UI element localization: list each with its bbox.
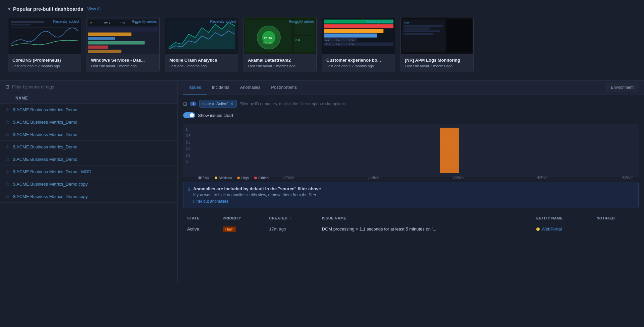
dashboard-card-5[interactable]: Logs [NR] APM Logs Monitoring Last edit … bbox=[400, 17, 474, 72]
star-icon-6[interactable]: ☆ bbox=[5, 181, 10, 187]
card-subtitle-2: Last edit 3 months ago bbox=[169, 64, 234, 68]
collapse-icon[interactable]: ▾ bbox=[8, 6, 10, 12]
tab-incidents[interactable]: Incidents bbox=[207, 81, 235, 94]
card-info-0: CoreDNS (Prometheus) Last edit about 2 m… bbox=[8, 54, 81, 72]
list-item-name-4: $ ACME Business Metrics_Demo bbox=[13, 157, 77, 162]
list-item-name-6: $ ACME Business Metrics_Demo copy bbox=[13, 182, 88, 187]
filter-tag-close[interactable]: ✕ bbox=[230, 101, 234, 106]
priority-value: High bbox=[223, 226, 236, 232]
anomalies-link[interactable]: Filter out anomalies bbox=[193, 199, 228, 204]
list-item[interactable]: ☆ $ ACME Business Metrics_Demo copy bbox=[0, 178, 177, 190]
filter-placeholder: Filter by ID or names, or click the filt… bbox=[239, 102, 346, 106]
issues-chart-toggle[interactable] bbox=[183, 112, 195, 118]
issue-name-cell: DOM processing > 1.1 seconds for at leas… bbox=[318, 223, 532, 235]
star-icon-3[interactable]: ☆ bbox=[5, 144, 10, 149]
card-thumbnail-apm: Logs bbox=[401, 17, 473, 54]
th-notified: Notified bbox=[593, 213, 639, 223]
toggle-label: Show issues chart bbox=[198, 113, 233, 118]
card-title-3: Akamai Datastream2 bbox=[248, 58, 312, 63]
card-info-5: [NR] APM Logs Monitoring Last edit about… bbox=[401, 54, 473, 72]
svg-text:1.00: 1.00 bbox=[349, 39, 354, 42]
svg-rect-1 bbox=[11, 21, 44, 23]
th-created[interactable]: Created ↓ bbox=[265, 213, 318, 223]
dashboard-card-3[interactable]: 76.7k Total Files 4.5 2.1k Recently adde… bbox=[244, 17, 317, 72]
entity-cell-inner: WebPortal bbox=[536, 226, 589, 232]
filter-input[interactable] bbox=[12, 84, 172, 89]
th-entity-name: Entity name bbox=[532, 213, 593, 223]
card-thumbnail-customer: 3.48 0 % 1.00 276.4 0 % 1.00 Recently ad… bbox=[322, 17, 395, 54]
dashboard-card-1[interactable]: 2 223+ 139 84 Recently added Windows Ser… bbox=[87, 17, 160, 72]
list-item-name-5: $ ACME Business Metrics_Demo - MOD bbox=[13, 169, 91, 174]
popular-section: ▾ Popular pre-built dashboards View All bbox=[0, 0, 644, 81]
list-item[interactable]: ☆ $ ACME Business Metrics_Demo bbox=[0, 116, 177, 128]
svg-text:Logs: Logs bbox=[404, 21, 410, 24]
x-label-349: 3:49pm bbox=[283, 176, 294, 179]
star-icon-5[interactable]: ☆ bbox=[5, 169, 10, 174]
list-item[interactable]: ☆ $ ACME Business Metrics_Demo bbox=[0, 153, 177, 166]
y-label-0: 0 bbox=[186, 160, 191, 164]
notified-cell bbox=[593, 223, 639, 235]
dashboard-card[interactable]: Recently added CoreDNS (Prometheus) Last… bbox=[8, 17, 81, 72]
chart-svg bbox=[198, 128, 633, 173]
star-icon-2[interactable]: ☆ bbox=[5, 132, 10, 137]
chart-y-labels: 1 0.8 0.6 0.4 0.2 0 bbox=[186, 128, 191, 164]
entity-name-value: WebPortal bbox=[542, 226, 562, 232]
list-item-name-1: $ ACME Business Metrics_Demo bbox=[13, 120, 77, 125]
list-item[interactable]: ☆ $ ACME Business Metrics_Demo bbox=[0, 104, 177, 116]
anomalies-title: Anomalies are included by default in the… bbox=[193, 186, 321, 191]
star-icon-0[interactable]: ☆ bbox=[5, 107, 10, 112]
svg-text:276.4: 276.4 bbox=[324, 43, 330, 46]
list-item[interactable]: ☆ $ ACME Business Metrics_Demo bbox=[0, 128, 177, 141]
svg-text:0 %: 0 % bbox=[336, 39, 340, 42]
svg-rect-40 bbox=[324, 43, 393, 46]
star-icon-7[interactable]: ☆ bbox=[5, 194, 10, 199]
card-title-4: Customer experience bo... bbox=[326, 58, 391, 63]
card-info-4: Customer experience bo... Last edit abou… bbox=[322, 54, 395, 72]
filter-bar: ⊟ bbox=[0, 81, 177, 93]
th-priority: Priority bbox=[219, 213, 265, 223]
card-subtitle-1: Last edit about 1 month ago bbox=[91, 64, 155, 68]
svg-rect-46 bbox=[447, 19, 472, 52]
table-row[interactable]: Active High 17m ago DOM processing > 1.1… bbox=[183, 223, 639, 235]
issues-panel: ⊟ 1 state = 'Active' ✕ Filter by ID or n… bbox=[178, 94, 644, 241]
anomalies-text: Anomalies are included by default in the… bbox=[193, 186, 321, 204]
tab-postmortems[interactable]: Postmortems bbox=[266, 81, 302, 94]
star-icon-4[interactable]: ☆ bbox=[5, 156, 10, 162]
card-info-1: Windows Services - Das... Last edit abou… bbox=[87, 54, 159, 72]
svg-rect-16 bbox=[88, 41, 145, 45]
list-item[interactable]: ☆ $ ACME Business Metrics_Demo - MOD bbox=[0, 166, 177, 178]
priority-cell: High bbox=[219, 223, 265, 235]
dashboard-card-2[interactable]: Recently added Mobile Crash Analytics La… bbox=[165, 17, 238, 72]
svg-rect-48 bbox=[404, 25, 443, 27]
x-label-409: 4:09pm bbox=[622, 176, 633, 179]
star-icon-1[interactable]: ☆ bbox=[5, 119, 10, 125]
svg-rect-15 bbox=[88, 37, 115, 40]
filter-funnel-icon: ⊟ bbox=[5, 84, 9, 89]
sidebar-list: ⊟ Name ☆ $ ACME Business Metrics_Demo ☆ … bbox=[0, 81, 178, 282]
issues-filter-icon[interactable]: ⊟ bbox=[183, 101, 187, 107]
list-item[interactable]: ☆ $ ACME Business Metrics_Demo copy bbox=[0, 190, 177, 203]
svg-rect-45 bbox=[402, 19, 445, 52]
right-panel: Issues Incidents Anomalies Postmortems E… bbox=[178, 81, 644, 282]
main-area: ⊟ Name ☆ $ ACME Business Metrics_Demo ☆ … bbox=[0, 81, 644, 282]
entity-name-cell: WebPortal bbox=[532, 223, 593, 235]
filter-tag[interactable]: state = 'Active' ✕ bbox=[199, 100, 237, 108]
svg-rect-58 bbox=[440, 128, 459, 173]
svg-text:223+: 223+ bbox=[104, 21, 110, 25]
list-item[interactable]: ☆ $ ACME Business Metrics_Demo bbox=[0, 141, 177, 153]
dashboard-card-4[interactable]: 3.48 0 % 1.00 276.4 0 % 1.00 Recently ad… bbox=[322, 17, 395, 72]
card-thumbnail-akamai: 76.7k Total Files 4.5 2.1k Recently adde… bbox=[244, 17, 316, 54]
card-thumbnail-coredns: Recently added bbox=[8, 17, 81, 54]
tab-anomalies[interactable]: Anomalies bbox=[235, 81, 266, 94]
view-all-link[interactable]: View All bbox=[87, 7, 101, 11]
x-label-354: 3:54pm bbox=[368, 176, 379, 179]
tab-issues[interactable]: Issues bbox=[183, 81, 207, 94]
svg-text:2: 2 bbox=[90, 21, 92, 25]
th-state: State bbox=[183, 213, 219, 223]
recently-added-badge-2: Recently added bbox=[210, 19, 236, 23]
recently-added-badge-1: Recently added bbox=[132, 19, 157, 23]
y-label-06: 0.6 bbox=[186, 141, 191, 144]
list-item-name-0: $ ACME Business Metrics_Demo bbox=[13, 107, 77, 112]
table-header-row: State Priority Created ↓ Issue name Enti… bbox=[183, 213, 639, 223]
section-title: Popular pre-built dashboards bbox=[13, 6, 83, 12]
